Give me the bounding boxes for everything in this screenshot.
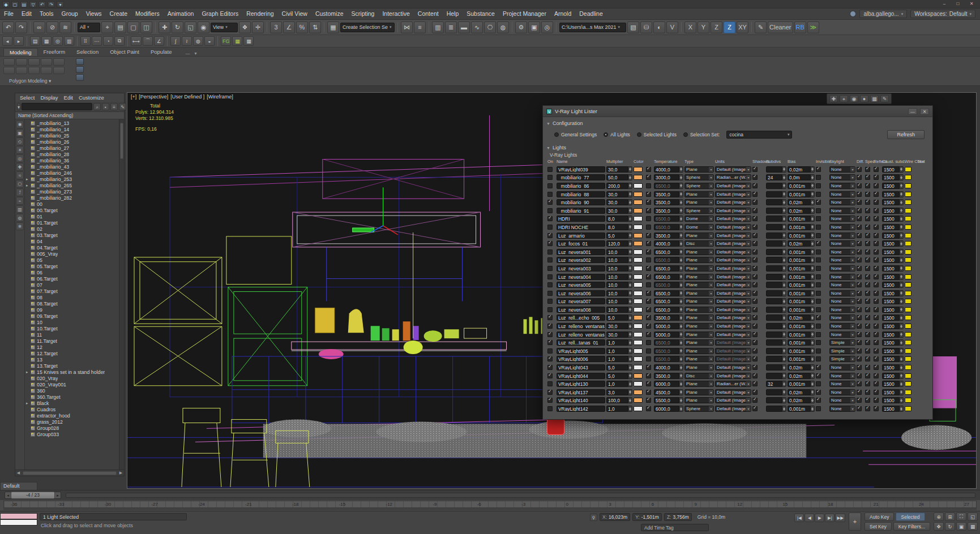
reflect-checkbox[interactable]: [874, 175, 879, 180]
spinner-arrows-icon[interactable]: [679, 174, 683, 180]
bias-spinner[interactable]: 0,001m: [788, 323, 815, 329]
on-checkbox[interactable]: [547, 225, 553, 230]
frame-back-icon[interactable]: ◂: [5, 493, 11, 498]
pan-view-icon[interactable]: ✥: [934, 522, 944, 531]
bias-spinner[interactable]: 0,001m: [788, 298, 815, 304]
spinner-arrows-icon[interactable]: [900, 174, 904, 180]
shadows-checkbox[interactable]: [752, 241, 758, 246]
units-dropdown[interactable]: Default (Image...▾: [715, 166, 751, 173]
set-key-button[interactable]: Set Key: [865, 522, 892, 531]
spinner-arrows-icon[interactable]: [811, 307, 815, 313]
subdivs-spinner[interactable]: [766, 323, 786, 329]
boolean-icon[interactable]: ◍: [193, 36, 203, 46]
diffuse-checkbox[interactable]: [857, 348, 862, 354]
type-dropdown[interactable]: Sphere▾: [684, 208, 714, 214]
list-item[interactable]: 13: [25, 356, 119, 363]
temperature-checkbox[interactable]: [646, 274, 651, 279]
axis-xy-button[interactable]: XY: [737, 21, 748, 33]
diffuse-checkbox[interactable]: [857, 208, 862, 213]
wire-color-swatch[interactable]: [905, 324, 911, 329]
specular-checkbox[interactable]: [865, 365, 870, 370]
diffuse-checkbox[interactable]: [857, 249, 862, 255]
vray-frame-buffer-icon[interactable]: V: [666, 21, 678, 33]
time-slider[interactable]: ◂ -4 / 23 ▸: [5, 492, 61, 499]
go-to-start-icon[interactable]: |◀: [794, 514, 804, 522]
color-swatch[interactable]: [634, 208, 643, 213]
type-dropdown[interactable]: Plane▾: [684, 290, 714, 296]
diffuse-checkbox[interactable]: [857, 299, 862, 304]
multiplier-spinner[interactable]: 10,0: [606, 274, 632, 280]
spinner-arrows-icon[interactable]: [782, 240, 786, 247]
list-item[interactable]: 11.Target: [25, 338, 119, 344]
shadows-checkbox[interactable]: [752, 233, 758, 238]
temperature-checkbox[interactable]: [646, 406, 651, 411]
spinner-arrows-icon[interactable]: [811, 224, 815, 230]
multiplier-spinner[interactable]: 8,0: [606, 224, 632, 230]
list-item[interactable]: 00: [25, 201, 119, 207]
skylight-dropdown[interactable]: None▾: [829, 166, 855, 173]
spinner-arrows-icon[interactable]: [811, 166, 815, 173]
bias-spinner[interactable]: 0,001m: [788, 274, 815, 280]
type-dropdown[interactable]: Disc▾: [684, 240, 714, 247]
light-name-field[interactable]: VRayLight006: [557, 356, 605, 362]
percent-snap-icon[interactable]: %: [296, 21, 308, 33]
configuration-rollout[interactable]: ▼Configuration: [546, 120, 929, 126]
multiplier-spinner[interactable]: 10,0: [606, 249, 632, 255]
spinner-arrows-icon[interactable]: [679, 331, 683, 338]
temperature-checkbox[interactable]: [646, 233, 651, 238]
on-checkbox[interactable]: [547, 291, 553, 296]
auto-key-button[interactable]: Auto Key: [865, 513, 895, 521]
on-checkbox[interactable]: [547, 175, 553, 180]
diffuse-checkbox[interactable]: [857, 398, 862, 403]
invisible-checkbox[interactable]: [816, 332, 821, 337]
spinner-arrows-icon[interactable]: [782, 183, 786, 189]
reflect-checkbox[interactable]: [874, 373, 879, 378]
on-checkbox[interactable]: [547, 332, 553, 337]
specular-checkbox[interactable]: [865, 257, 870, 262]
temperature-checkbox[interactable]: [646, 390, 651, 395]
type-dropdown[interactable]: Plane▾: [684, 364, 714, 371]
bias-spinner[interactable]: 0,001m: [788, 232, 815, 239]
units-dropdown[interactable]: Radian...er (W...▾: [715, 174, 751, 180]
multiplier-spinner[interactable]: 100,0: [606, 397, 632, 403]
spinner-arrows-icon[interactable]: [900, 166, 904, 173]
multiplier-spinner[interactable]: 10,0: [606, 307, 632, 313]
spinner-arrows-icon[interactable]: [782, 199, 786, 205]
list-item[interactable]: 00.Target: [25, 207, 119, 213]
units-dropdown[interactable]: Default (Image...▾: [715, 257, 751, 263]
select-child-icon[interactable]: ◂: [2, 36, 12, 46]
invisible-checkbox[interactable]: [816, 381, 821, 386]
tab-populate[interactable]: Populate: [145, 48, 178, 56]
explorer-menu-display[interactable]: Display: [38, 94, 60, 101]
wire-color-swatch[interactable]: [905, 175, 911, 180]
rendered-frame-window-icon[interactable]: ▣: [528, 21, 540, 33]
spinner-arrows-icon[interactable]: [900, 183, 904, 189]
loop-selection-button[interactable]: [28, 67, 40, 74]
temperature-spinner[interactable]: 5500,0: [654, 397, 683, 403]
list-item[interactable]: 06: [25, 269, 119, 275]
list-item[interactable]: Cuadros: [25, 406, 119, 412]
axis-z-active-button[interactable]: Z: [724, 21, 735, 33]
spinner-arrows-icon[interactable]: [782, 232, 786, 239]
temperature-checkbox[interactable]: [646, 299, 651, 304]
list-item[interactable]: 04: [25, 238, 119, 244]
display-containers-icon[interactable]: ▥: [16, 205, 24, 213]
list-item[interactable]: 09.Target: [25, 313, 119, 319]
spinner-arrows-icon[interactable]: [628, 224, 632, 230]
temperature-checkbox[interactable]: [646, 356, 651, 361]
list-item[interactable]: 06.Target: [25, 275, 119, 282]
spinner-arrows-icon[interactable]: [679, 166, 683, 173]
wire-color-swatch[interactable]: [905, 183, 911, 188]
diffuse-checkbox[interactable]: [857, 200, 862, 205]
shadows-checkbox[interactable]: [752, 183, 758, 188]
skylight-dropdown[interactable]: None▾: [829, 290, 855, 296]
spinner-arrows-icon[interactable]: [811, 298, 815, 304]
diffuse-checkbox[interactable]: [857, 390, 862, 395]
invisible-checkbox[interactable]: [816, 167, 821, 172]
array-tool-icon[interactable]: ⠿: [80, 36, 91, 46]
temperature-checkbox[interactable]: [646, 315, 651, 320]
window-crossing-icon[interactable]: ◫: [140, 21, 152, 33]
spinner-arrows-icon[interactable]: [900, 265, 904, 272]
temperature-checkbox[interactable]: [646, 373, 651, 378]
reflect-checkbox[interactable]: [874, 291, 879, 296]
